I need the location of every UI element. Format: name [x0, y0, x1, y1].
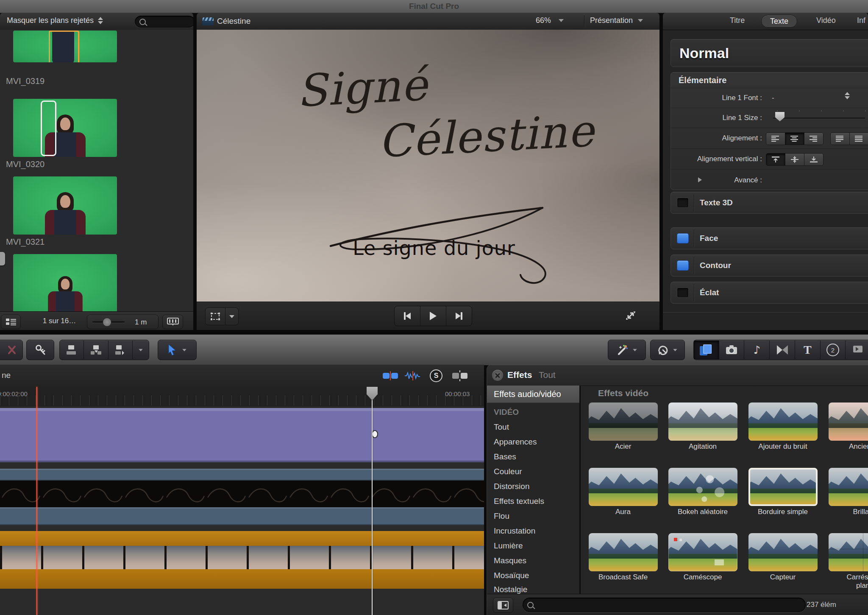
effects-browser-button[interactable]: [694, 341, 719, 359]
size-slider[interactable]: [773, 117, 865, 119]
background-clip-filmstrip[interactable]: [0, 546, 484, 569]
sidebar-item-nostalgie[interactable]: Nostalgie: [494, 585, 527, 594]
play-button[interactable]: [420, 306, 446, 326]
sidebar-handle[interactable]: [0, 252, 5, 266]
font-value[interactable]: -: [772, 94, 774, 102]
valign-middle-button[interactable]: [785, 154, 804, 165]
close-icon[interactable]: [492, 370, 503, 381]
key-icon: [35, 344, 46, 355]
edit-tools-menu[interactable]: [133, 341, 149, 359]
playhead-line[interactable]: [372, 399, 373, 615]
justify-left-button[interactable]: [831, 133, 850, 145]
sidebar-item-distorsion[interactable]: Distorsion: [494, 482, 529, 491]
disclosure-triangle-icon[interactable]: [698, 177, 702, 182]
keyframe-dot[interactable]: [372, 430, 378, 438]
titles-browser-button[interactable]: T: [795, 341, 821, 359]
skimming-toggle[interactable]: [381, 371, 400, 381]
clip-thumbnail-mvi0320[interactable]: [13, 99, 117, 157]
clip-thumbnail-mvi0322[interactable]: [13, 254, 117, 312]
sidebar-item-lumiere[interactable]: Lumière: [494, 541, 523, 551]
sidebar-item-mosaique[interactable]: Mosaïque: [494, 571, 529, 580]
sidebar-item-incrustation[interactable]: Incrustation: [494, 526, 535, 536]
font-stepper[interactable]: [845, 92, 850, 99]
tab-informations[interactable]: Inf: [857, 16, 865, 25]
texte3d-section[interactable]: Texte 3D: [670, 192, 868, 214]
sidebar-item-flou[interactable]: Flou: [494, 512, 509, 521]
clip-filter-dropdown[interactable]: Masquer les plans rejetés: [7, 16, 103, 25]
chevron-down-icon: [229, 315, 234, 318]
connect-edit-button[interactable]: [60, 341, 84, 359]
timeline-ruler[interactable]: 0:00:02:00 00:00:03: [0, 387, 484, 406]
fullscreen-button[interactable]: [620, 307, 641, 325]
align-justify-group: [830, 132, 868, 145]
contour-checkbox[interactable]: [677, 260, 689, 271]
eclat-section[interactable]: Éclat: [670, 282, 868, 304]
text-style-box[interactable]: Normal: [670, 39, 868, 67]
next-frame-button[interactable]: [446, 306, 472, 326]
list-view-button[interactable]: [1, 315, 21, 329]
tab-texte[interactable]: Texte: [761, 15, 797, 28]
selection-range[interactable]: [41, 101, 56, 156]
audio-skimming-toggle[interactable]: [403, 371, 423, 381]
viewer-canvas[interactable]: Signé Célestine Le signe du jour: [197, 30, 659, 302]
effects-scope-tout[interactable]: Tout: [539, 370, 556, 380]
transitions-browser-button[interactable]: [770, 341, 795, 359]
justify-full-button[interactable]: [850, 133, 868, 145]
texte3d-checkbox[interactable]: [677, 198, 689, 208]
align-right-button[interactable]: [804, 133, 823, 145]
valign-top-button[interactable]: [766, 154, 785, 165]
solo-toggle[interactable]: S: [426, 371, 446, 381]
project-title: Célestine: [217, 17, 250, 26]
clip-thumbnail-mvi0321[interactable]: [13, 176, 117, 235]
sidebar-item-masques[interactable]: Masques: [494, 556, 526, 565]
viewer-zoom-menu[interactable]: 66%: [536, 16, 564, 25]
transform-tool-button[interactable]: [206, 308, 225, 325]
music-browser-button[interactable]: ♪: [744, 341, 770, 359]
snapping-toggle[interactable]: [450, 371, 470, 381]
contour-section[interactable]: Contour: [670, 254, 868, 277]
append-edit-button[interactable]: [108, 341, 133, 359]
sidebar-toggle-button[interactable]: [493, 598, 513, 613]
sidebar-item-bases[interactable]: Bases: [494, 452, 516, 461]
thumbnail-scale-slider[interactable]: [92, 321, 125, 323]
face-checkbox[interactable]: [677, 233, 689, 243]
viewer-presentation-menu[interactable]: Présentation: [590, 16, 643, 25]
align-left-button[interactable]: [766, 133, 785, 145]
video-clip-top[interactable]: [0, 469, 484, 481]
sidebar-item-couleur[interactable]: Couleur: [494, 467, 522, 476]
align-center-button[interactable]: [785, 133, 804, 145]
transform-tool-menu[interactable]: [225, 308, 238, 325]
video-clip-bottom[interactable]: [0, 507, 484, 525]
background-clip-top[interactable]: [0, 531, 484, 546]
filmstrip-view-button[interactable]: [162, 315, 183, 329]
sidebar-item-effets-audio-video[interactable]: Effets audio/vidéo: [487, 386, 579, 403]
select-tool-button[interactable]: [158, 340, 197, 360]
tab-titre[interactable]: Titre: [730, 16, 745, 25]
reject-button[interactable]: [0, 340, 23, 360]
tab-video[interactable]: Vidéo: [816, 16, 836, 25]
video-clip-filmstrip[interactable]: [0, 481, 484, 507]
keywords-button[interactable]: [26, 340, 54, 360]
previous-frame-button[interactable]: [395, 306, 420, 326]
clip-thumbnail-mvi0319[interactable]: [13, 31, 117, 62]
slider-thumb[interactable]: [103, 318, 111, 327]
enhancements-button[interactable]: [608, 340, 646, 360]
sidebar-item-tout[interactable]: Tout: [494, 422, 509, 432]
window-titlebar[interactable]: Final Cut Pro: [0, 0, 868, 13]
title-clip[interactable]: [0, 408, 484, 462]
browser-search-field[interactable]: [135, 16, 193, 28]
retime-button[interactable]: [650, 340, 685, 360]
face-section[interactable]: Face: [670, 227, 868, 249]
effects-search-field[interactable]: [523, 598, 806, 612]
size-slider-thumb[interactable]: [775, 112, 785, 121]
generators-browser-button[interactable]: [846, 341, 868, 359]
background-clip-bottom[interactable]: [0, 569, 484, 589]
sidebar-item-apparences[interactable]: Apparences: [494, 437, 537, 447]
sidebar-item-effets-textuels[interactable]: Effets textuels: [494, 497, 544, 506]
insert-edit-button[interactable]: [84, 341, 108, 359]
valign-bottom-button[interactable]: [804, 154, 823, 165]
selection-range[interactable]: [49, 31, 79, 62]
themes-browser-button[interactable]: 2: [821, 341, 846, 359]
eclat-checkbox[interactable]: [677, 288, 689, 298]
photos-browser-button[interactable]: [719, 341, 745, 359]
